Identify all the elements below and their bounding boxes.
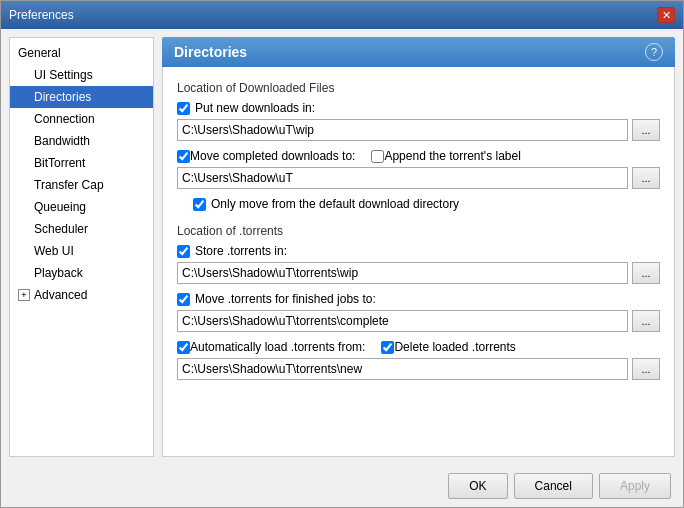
sidebar-item-directories[interactable]: Directories [10, 86, 153, 108]
footer: OK Cancel Apply [1, 465, 683, 507]
panel-body: Location of Downloaded Files Put new dow… [162, 67, 675, 457]
put-new-downloads-label: Put new downloads in: [195, 101, 315, 115]
cancel-button[interactable]: Cancel [514, 473, 593, 499]
sidebar-item-general[interactable]: General [10, 42, 153, 64]
move-completed-browse-button[interactable]: ... [632, 167, 660, 189]
help-button[interactable]: ? [645, 43, 663, 61]
move-finished-label: Move .torrents for finished jobs to: [195, 292, 376, 306]
advanced-label: Advanced [34, 286, 87, 304]
delete-loaded-checkbox[interactable] [381, 341, 394, 354]
sidebar-item-playback[interactable]: Playback [10, 262, 153, 284]
move-finished-row: Move .torrents for finished jobs to: [177, 292, 660, 306]
main-panel: Directories ? Location of Downloaded Fil… [162, 37, 675, 457]
move-completed-row: Move completed downloads to: Append the … [177, 149, 660, 163]
move-finished-checkbox[interactable] [177, 293, 190, 306]
torrents-location-section-title: Location of .torrents [177, 224, 660, 238]
auto-load-row: Automatically load .torrents from: Delet… [177, 340, 660, 354]
store-torrents-row: Store .torrents in: [177, 244, 660, 258]
move-completed-path-row: ... [177, 167, 660, 189]
close-button[interactable]: ✕ [657, 7, 675, 23]
sidebar-item-web-ui[interactable]: Web UI [10, 240, 153, 262]
sidebar-item-bandwidth[interactable]: Bandwidth [10, 130, 153, 152]
auto-load-checkbox[interactable] [177, 341, 190, 354]
put-new-downloads-browse-button[interactable]: ... [632, 119, 660, 141]
store-torrents-label: Store .torrents in: [195, 244, 287, 258]
put-new-downloads-row: Put new downloads in: [177, 101, 660, 115]
sidebar-item-connection[interactable]: Connection [10, 108, 153, 130]
put-new-downloads-path-row: ... [177, 119, 660, 141]
auto-load-path-row: ... [177, 358, 660, 380]
put-new-downloads-input[interactable] [177, 119, 628, 141]
apply-button[interactable]: Apply [599, 473, 671, 499]
store-torrents-checkbox[interactable] [177, 245, 190, 258]
move-completed-checkbox[interactable] [177, 150, 190, 163]
preferences-window: Preferences ✕ General UI Settings Direct… [0, 0, 684, 508]
sidebar-item-scheduler[interactable]: Scheduler [10, 218, 153, 240]
sidebar-item-advanced[interactable]: + Advanced [10, 284, 153, 306]
only-move-default-checkbox[interactable] [193, 198, 206, 211]
downloaded-files-section-title: Location of Downloaded Files [177, 81, 660, 95]
auto-load-browse-button[interactable]: ... [632, 358, 660, 380]
move-finished-browse-button[interactable]: ... [632, 310, 660, 332]
sidebar-item-transfer-cap[interactable]: Transfer Cap [10, 174, 153, 196]
sidebar-item-bittorrent[interactable]: BitTorrent [10, 152, 153, 174]
auto-load-input[interactable] [177, 358, 628, 380]
store-torrents-input[interactable] [177, 262, 628, 284]
store-torrents-browse-button[interactable]: ... [632, 262, 660, 284]
only-move-default-row: Only move from the default download dire… [193, 197, 660, 211]
delete-loaded-label: Delete loaded .torrents [394, 340, 515, 354]
move-completed-label: Move completed downloads to: [190, 149, 355, 163]
move-completed-input[interactable] [177, 167, 628, 189]
put-new-downloads-checkbox[interactable] [177, 102, 190, 115]
sidebar-item-queueing[interactable]: Queueing [10, 196, 153, 218]
store-torrents-path-row: ... [177, 262, 660, 284]
ok-button[interactable]: OK [448, 473, 507, 499]
auto-load-label: Automatically load .torrents from: [190, 340, 365, 354]
window-content: General UI Settings Directories Connecti… [1, 29, 683, 465]
only-move-default-label: Only move from the default download dire… [211, 197, 459, 211]
panel-title: Directories [174, 44, 247, 60]
sidebar-item-ui-settings[interactable]: UI Settings [10, 64, 153, 86]
append-label-text: Append the torrent's label [384, 149, 520, 163]
append-label-checkbox[interactable] [371, 150, 384, 163]
move-finished-path-row: ... [177, 310, 660, 332]
panel-header: Directories ? [162, 37, 675, 67]
advanced-expander[interactable]: + [18, 289, 30, 301]
move-finished-input[interactable] [177, 310, 628, 332]
title-bar: Preferences ✕ [1, 1, 683, 29]
window-title: Preferences [9, 8, 74, 22]
sidebar: General UI Settings Directories Connecti… [9, 37, 154, 457]
